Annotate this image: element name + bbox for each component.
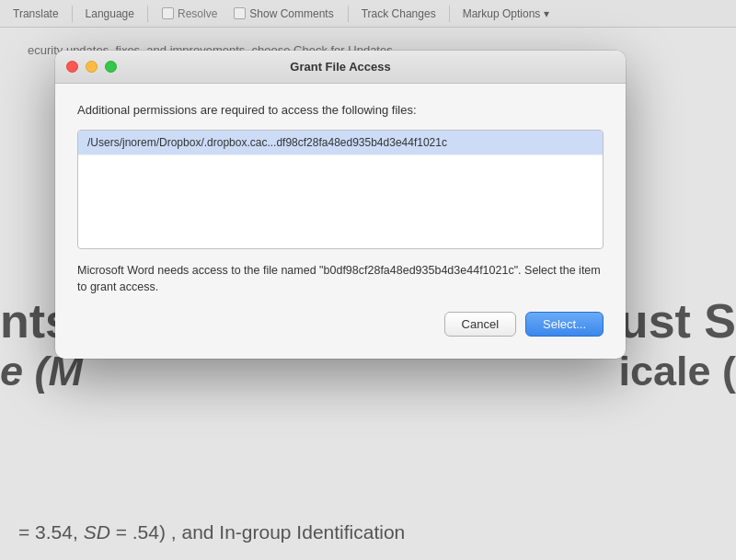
- file-list-item[interactable]: /Users/jnorem/Dropbox/.dropbox.cac...df9…: [78, 131, 603, 155]
- access-message: Microsoft Word needs access to the file …: [77, 262, 604, 295]
- grant-file-access-dialog: Grant File Access Additional permissions…: [55, 51, 626, 359]
- cancel-button[interactable]: Cancel: [444, 312, 516, 337]
- select-button[interactable]: Select...: [525, 312, 604, 337]
- dialog-footer: Cancel Select...: [77, 312, 604, 340]
- close-button[interactable]: [66, 61, 78, 73]
- window-controls: [66, 61, 117, 73]
- file-list-box[interactable]: /Users/jnorem/Dropbox/.dropbox.cac...df9…: [77, 130, 604, 249]
- dialog-body: Additional permissions are required to a…: [55, 84, 626, 359]
- minimize-button[interactable]: [86, 61, 98, 73]
- dialog-title: Grant File Access: [290, 60, 390, 74]
- dialog-titlebar: Grant File Access: [55, 51, 626, 84]
- dialog-description: Additional permissions are required to a…: [77, 102, 604, 119]
- maximize-button[interactable]: [105, 61, 117, 73]
